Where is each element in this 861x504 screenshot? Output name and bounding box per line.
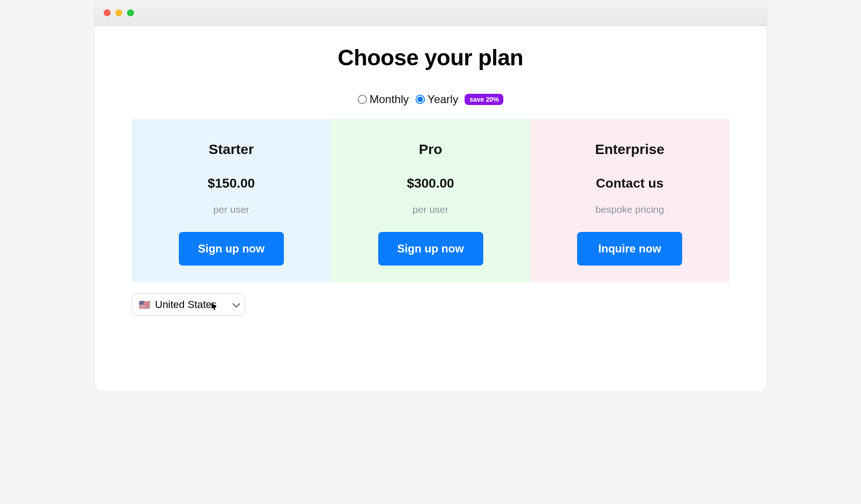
country-label: United States xyxy=(155,299,217,311)
radio-icon xyxy=(358,95,367,104)
radio-label: Yearly xyxy=(428,93,459,106)
plan-subtext: per user xyxy=(213,204,249,215)
inquire-button-enterprise[interactable]: Inquire now xyxy=(577,232,682,266)
signup-button-starter[interactable]: Sign up now xyxy=(179,232,284,266)
billing-monthly-option[interactable]: Monthly xyxy=(358,93,409,106)
app-window: Choose your plan Monthly Yearly save 20%… xyxy=(94,0,767,391)
plan-subtext: per user xyxy=(412,204,448,215)
plan-price: Contact us xyxy=(596,176,663,191)
plan-name: Pro xyxy=(419,141,442,157)
country-select[interactable]: 🇺🇸 United States xyxy=(132,294,245,316)
billing-period-selector: Monthly Yearly save 20% xyxy=(132,93,729,106)
plan-price: $300.00 xyxy=(407,176,454,191)
signup-button-pro[interactable]: Sign up now xyxy=(378,232,483,266)
savings-badge: save 20% xyxy=(465,94,503,105)
radio-icon xyxy=(416,95,425,104)
maximize-window-button[interactable] xyxy=(127,9,134,16)
chevron-down-icon xyxy=(233,300,240,308)
plan-price: $150.00 xyxy=(208,176,255,191)
page-content: Choose your plan Monthly Yearly save 20%… xyxy=(94,26,767,391)
close-window-button[interactable] xyxy=(104,9,111,16)
plan-name: Enterprise xyxy=(595,141,664,157)
radio-label: Monthly xyxy=(370,93,409,106)
plan-name: Starter xyxy=(209,141,254,157)
plan-card-enterprise: Enterprise Contact us bespoke pricing In… xyxy=(530,119,729,282)
minimize-window-button[interactable] xyxy=(115,9,122,16)
flag-icon: 🇺🇸 xyxy=(139,300,150,309)
plan-subtext: bespoke pricing xyxy=(595,204,664,215)
plan-card-pro: Pro $300.00 per user Sign up now xyxy=(331,119,530,282)
page-title: Choose your plan xyxy=(132,45,729,70)
plans-grid: Starter $150.00 per user Sign up now Pro… xyxy=(132,119,729,282)
billing-yearly-option[interactable]: Yearly xyxy=(416,93,459,106)
window-titlebar xyxy=(94,0,767,26)
plan-card-starter: Starter $150.00 per user Sign up now xyxy=(132,119,331,282)
